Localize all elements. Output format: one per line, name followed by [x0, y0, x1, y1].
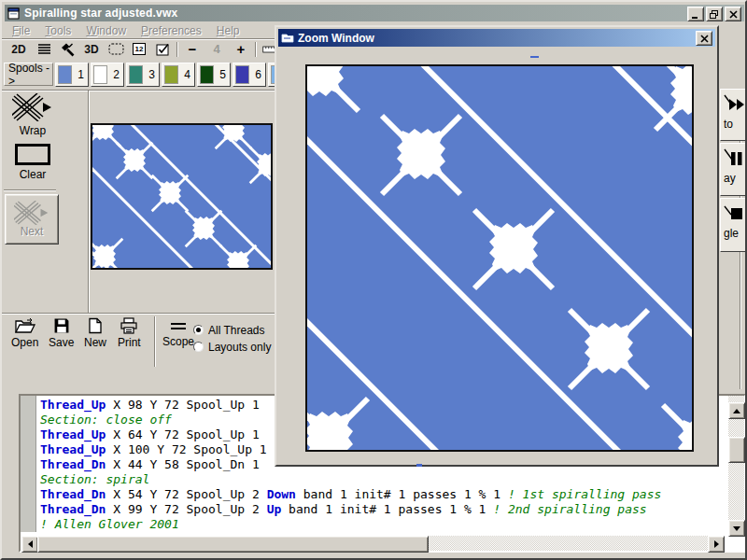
view-3d-button[interactable]: 3D: [83, 40, 100, 58]
auto-play-button[interactable]: to: [720, 89, 747, 141]
zoom-window-title: Zoom Window: [298, 32, 374, 45]
wrap-button[interactable]: Wrap: [6, 93, 60, 137]
console-line: Thread_Dn X 99 Y 72 Spool_Up 2 Up band 1…: [40, 502, 727, 517]
vertical-scroll-thumb[interactable]: [728, 437, 745, 463]
view-2d-button[interactable]: 2D: [10, 40, 27, 58]
divider: [2, 313, 275, 315]
console-text-segment: X 44 Y 58 Spool_Dn 1: [106, 457, 259, 471]
spool-button-2[interactable]: 2: [91, 63, 124, 87]
scroll-down-button[interactable]: [728, 520, 745, 537]
open-button[interactable]: Open: [11, 317, 38, 349]
main-title-bar[interactable]: Spiralling star adjusted.vwx: [5, 5, 744, 21]
zoom-out-button[interactable]: −: [184, 40, 201, 58]
console-text-segment: Up: [267, 502, 282, 516]
radio-label: Layouts only: [208, 341, 271, 354]
console-text-segment: Thread_Up: [40, 427, 106, 441]
spool-color-swatch: [93, 65, 107, 84]
toolbar-separator: [255, 42, 257, 57]
console-text-segment: Down: [267, 487, 296, 501]
minimize-button[interactable]: [687, 7, 704, 21]
spool-button-3[interactable]: 3: [126, 63, 160, 87]
zoom-window-close-button[interactable]: [696, 31, 712, 46]
hammer-icon: [60, 42, 75, 57]
menu-item-help[interactable]: Help: [217, 24, 240, 37]
close-icon: [729, 10, 738, 19]
menu-item-file[interactable]: File: [12, 24, 30, 37]
spool-button-1[interactable]: 1: [55, 63, 89, 87]
spool-color-swatch: [200, 65, 214, 84]
zoom-level-value: 4: [208, 40, 225, 58]
horizontal-scrollbar[interactable]: [21, 536, 725, 551]
save-button[interactable]: Save: [49, 317, 74, 349]
star-shape: [562, 302, 655, 396]
divider: [2, 90, 275, 91]
menu-item-window[interactable]: Window: [86, 24, 126, 37]
scroll-up-button[interactable]: [728, 402, 745, 419]
menu-item-tools[interactable]: Tools: [45, 24, 71, 37]
new-button[interactable]: New: [84, 317, 106, 349]
zoom-window-icon: [281, 33, 294, 44]
main-toolbar: 2D 3D 12 − 4 +: [5, 39, 275, 59]
console-line: Thread_Dn X 54 Y 72 Spool_Up 2 Down band…: [40, 487, 727, 502]
next-button[interactable]: Next: [5, 194, 59, 245]
star-shape: [655, 398, 694, 452]
lines-icon: [37, 42, 51, 56]
arrow-up-icon: [733, 409, 740, 413]
close-icon: [700, 35, 709, 43]
console-text-segment: X 54 Y 72 Spool_Up 2: [106, 487, 266, 501]
radio-icon: [193, 342, 204, 352]
clear-label: Clear: [20, 168, 47, 181]
radio-label: All Threads: [208, 324, 264, 337]
wrap-label: Wrap: [20, 124, 46, 137]
spool-number: 3: [148, 68, 155, 81]
spool-button-6[interactable]: 6: [233, 63, 266, 87]
zoom-pattern-canvas[interactable]: [305, 64, 694, 452]
vertical-scrollbar[interactable]: [728, 396, 744, 536]
zoom-window: Zoom Window: [275, 25, 719, 467]
indicator-dash: [416, 464, 422, 467]
scroll-right-button[interactable]: [708, 536, 725, 553]
zoom-in-button[interactable]: +: [233, 40, 249, 58]
console-text-segment: band 1 init# 1 passes 1 % 1: [281, 502, 493, 516]
radio-option-layouts-only[interactable]: Layouts only: [193, 340, 271, 354]
console-text-segment: band 1 init# 1 passes 1 % 1: [296, 487, 508, 501]
radio-option-all-threads[interactable]: All Threads: [193, 323, 271, 337]
thread-list-button[interactable]: [35, 40, 52, 58]
console-text-segment: Thread_Up: [40, 398, 106, 412]
next-label: Next: [21, 225, 44, 238]
print-label: Print: [118, 336, 141, 349]
console-text-segment: ! 1st spiralling pass: [508, 487, 661, 501]
open-folder-icon: [14, 317, 36, 334]
star-shape: [217, 242, 260, 270]
spool-button-4[interactable]: 4: [162, 63, 195, 87]
restore-button[interactable]: [706, 7, 723, 21]
console-text-segment: Thread_Dn: [40, 502, 106, 516]
scroll-left-button[interactable]: [21, 536, 38, 553]
clear-button[interactable]: Clear: [6, 144, 60, 181]
spool-bar: Spools -> 123456: [2, 60, 275, 90]
divider: [88, 91, 90, 313]
divider: [4, 189, 56, 191]
numbered-view-button[interactable]: 12: [131, 40, 148, 58]
braid-preview-canvas[interactable]: [91, 123, 273, 270]
pause-play-button[interactable]: ay: [720, 143, 747, 196]
selection-marquee-button[interactable]: [107, 40, 124, 58]
print-button[interactable]: Print: [118, 317, 141, 349]
tools-button[interactable]: [59, 40, 76, 58]
stop-toggle-button[interactable]: gle: [720, 198, 747, 252]
menu-item-preferences[interactable]: Preferences: [141, 24, 202, 37]
star-shape: [374, 108, 468, 202]
pause-icon: [724, 148, 746, 169]
close-button[interactable]: [725, 7, 741, 21]
horizontal-scroll-thumb[interactable]: [37, 536, 429, 553]
scope-control: Scope: [162, 320, 194, 348]
spool-button-5[interactable]: 5: [197, 63, 231, 87]
check-option-button[interactable]: [154, 40, 171, 58]
open-label: Open: [11, 336, 38, 349]
arrow-right-icon: [714, 540, 719, 548]
zoom-window-title-bar[interactable]: Zoom Window: [278, 29, 715, 47]
console-text-segment: Section: spiral: [40, 472, 149, 486]
spool-color-swatch: [164, 65, 178, 84]
console-text-segment: ! Allen Glover 2001: [40, 517, 179, 531]
fast-forward-icon: [724, 94, 746, 115]
